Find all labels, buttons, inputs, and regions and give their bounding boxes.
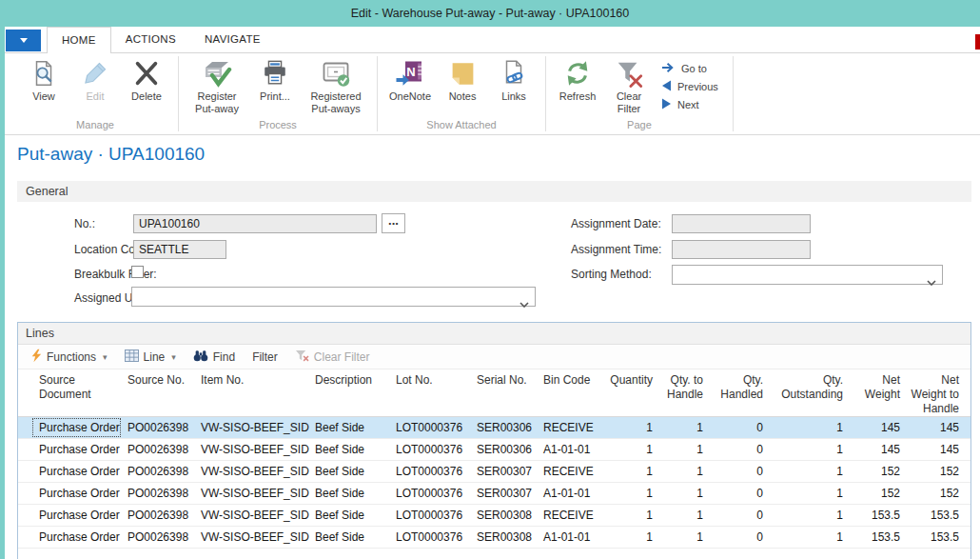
assignment-time-field[interactable] (672, 240, 811, 259)
cell[interactable]: A1-01-01 (538, 483, 599, 504)
row-marker[interactable] (18, 505, 31, 526)
delete-button[interactable]: Delete (121, 54, 172, 103)
cell[interactable]: Beef Side (309, 527, 390, 548)
table-row[interactable]: Purchase OrderPO0026398VW-SISO-BEEF_SIDE… (18, 527, 970, 549)
cell[interactable]: Purchase Order (31, 461, 122, 482)
previous-button[interactable]: Previous (658, 77, 721, 95)
notes-button[interactable]: Notes (437, 54, 488, 103)
cell[interactable]: PO0026398 (122, 527, 195, 548)
cell[interactable]: 0 (707, 417, 767, 438)
filter-button[interactable]: Filter (244, 346, 286, 369)
view-button[interactable]: View (18, 54, 69, 103)
cell[interactable]: RECEIVE (538, 461, 599, 482)
register-putaway-button[interactable]: Register Put-away (185, 54, 249, 114)
cell[interactable]: 145 (904, 417, 963, 438)
cell[interactable]: A1-01-01 (538, 439, 599, 460)
column-header[interactable]: Net Weight to Handle (904, 373, 963, 416)
cell[interactable]: Beef Side (309, 483, 390, 504)
cell[interactable]: 1 (657, 483, 707, 504)
table-row[interactable]: Purchase OrderPO0026398VW-SISO-BEEF_SIDE… (18, 483, 970, 505)
cell[interactable]: 153.5 (904, 527, 963, 548)
cell[interactable]: 145 (904, 439, 963, 460)
column-header[interactable]: Qty. Handled (707, 373, 767, 402)
cell[interactable]: LOT0000376 (390, 439, 471, 460)
cell[interactable]: 145 (847, 439, 904, 460)
cell[interactable]: VW-SISO-BEEF_SIDE (195, 483, 309, 504)
cell[interactable]: Purchase Order (31, 439, 122, 460)
column-header[interactable]: Lot No. (390, 373, 471, 388)
row-marker[interactable] (18, 461, 31, 482)
cell[interactable]: 1 (657, 417, 707, 438)
cell[interactable]: 153.5 (847, 505, 904, 526)
column-header[interactable]: Qty. Outstanding (767, 373, 847, 402)
cell[interactable]: LOT0000376 (390, 505, 471, 526)
cell[interactable]: 1 (657, 439, 707, 460)
cell[interactable]: 1 (599, 527, 657, 548)
cell[interactable]: 1 (599, 439, 657, 460)
no-field[interactable]: UPA100160 (133, 214, 377, 233)
cell[interactable]: 1 (767, 439, 847, 460)
cell[interactable]: LOT0000376 (390, 527, 471, 548)
general-section-header[interactable]: General (17, 181, 971, 202)
cell[interactable]: Beef Side (309, 505, 390, 526)
column-header[interactable]: Qty. to Handle (657, 373, 707, 402)
column-header[interactable]: Quantity (599, 373, 657, 388)
next-button[interactable]: Next (658, 95, 721, 113)
cell[interactable]: SER00308 (471, 505, 538, 526)
cell[interactable]: 0 (707, 505, 767, 526)
cell[interactable]: 0 (707, 439, 767, 460)
cell[interactable]: PO0026398 (122, 483, 195, 504)
line-menu[interactable]: Line ▾ (116, 346, 185, 369)
cell[interactable]: PO0026398 (122, 505, 195, 526)
row-marker[interactable] (18, 527, 31, 548)
cell[interactable]: 1 (767, 461, 847, 482)
cell[interactable]: SER00306 (471, 439, 538, 460)
cell[interactable]: PO0026398 (122, 439, 195, 460)
cell[interactable]: 152 (904, 461, 963, 482)
cell[interactable]: Beef Side (309, 461, 390, 482)
cell[interactable]: Purchase Order (31, 505, 122, 526)
cell[interactable]: SER00306 (471, 417, 538, 438)
table-row[interactable]: Purchase OrderPO0026398VW-SISO-BEEF_SIDE… (18, 417, 970, 439)
edit-button[interactable]: Edit (69, 54, 121, 103)
clipped-red-button[interactable] (975, 34, 980, 50)
cell[interactable]: 1 (599, 461, 657, 482)
refresh-button[interactable]: Refresh (552, 54, 603, 103)
cell[interactable]: Purchase Order (31, 483, 122, 504)
cell[interactable]: 152 (904, 483, 963, 504)
links-button[interactable]: Links (488, 54, 539, 103)
registered-putaways-button[interactable]: Registered Put-aways (301, 54, 371, 114)
cell[interactable]: 153.5 (904, 505, 963, 526)
column-header[interactable]: Source Document (31, 373, 122, 402)
cell[interactable]: RECEIVE (538, 505, 599, 526)
column-header[interactable]: Serial No. (471, 373, 538, 388)
table-row[interactable]: Purchase OrderPO0026398VW-SISO-BEEF_SIDE… (18, 461, 970, 483)
cell[interactable]: SER00307 (471, 461, 538, 482)
goto-button[interactable]: Go to (658, 59, 721, 77)
cell[interactable]: PO0026398 (122, 417, 195, 438)
cell[interactable]: SER00307 (471, 483, 538, 504)
application-menu-button[interactable] (6, 30, 41, 51)
cell[interactable]: Purchase Order (31, 417, 122, 438)
cell[interactable]: 1 (767, 527, 847, 548)
cell[interactable]: 152 (847, 483, 904, 504)
cell[interactable]: VW-SISO-BEEF_SIDE (195, 439, 309, 460)
assigned-user-id-dropdown[interactable] (131, 287, 536, 307)
cell[interactable]: 1 (657, 505, 707, 526)
cell[interactable]: Beef Side (309, 439, 390, 460)
cell[interactable]: LOT0000376 (390, 461, 471, 482)
row-marker[interactable] (18, 417, 31, 438)
row-marker[interactable] (18, 439, 31, 460)
clear-filter-line-button[interactable]: Clear Filter (286, 346, 379, 369)
cell[interactable]: Beef Side (309, 417, 390, 438)
column-header[interactable]: Net Weight (847, 373, 904, 402)
table-row[interactable]: Purchase OrderPO0026398VW-SISO-BEEF_SIDE… (18, 439, 970, 461)
cell[interactable]: VW-SISO-BEEF_SIDE (195, 527, 309, 548)
cell[interactable]: 0 (707, 527, 767, 548)
cell[interactable]: PO0026398 (122, 461, 195, 482)
column-header[interactable]: Description (309, 373, 390, 388)
table-row[interactable]: Purchase OrderPO0026398VW-SISO-BEEF_SIDE… (18, 505, 970, 527)
functions-menu[interactable]: Functions ▾ (22, 346, 116, 369)
cell[interactable]: 1 (767, 483, 847, 504)
breakbulk-filter-checkbox[interactable] (131, 266, 144, 278)
